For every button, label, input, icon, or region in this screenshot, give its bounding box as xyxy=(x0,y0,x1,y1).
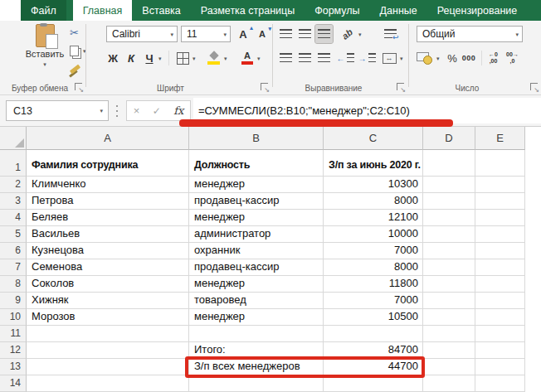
cell-D5[interactable] xyxy=(423,226,475,243)
comma-style-button[interactable]: 000 xyxy=(460,49,478,67)
font-name-combo[interactable]: Calibri ▾ xyxy=(106,26,178,42)
accounting-format-button[interactable] xyxy=(415,49,435,67)
increase-decimal-button[interactable]: ←0,00 xyxy=(485,49,502,67)
font-color-button[interactable]: А xyxy=(239,49,256,67)
tab-4[interactable]: Формулы xyxy=(305,0,369,21)
cell-E2[interactable] xyxy=(475,177,525,193)
row-header-8[interactable]: 8 xyxy=(0,276,27,293)
decrease-indent-button[interactable]: ← xyxy=(335,49,355,67)
column-header-E[interactable]: E xyxy=(475,127,525,150)
cell-A11[interactable] xyxy=(27,326,189,342)
wrap-text-button[interactable] xyxy=(380,25,400,43)
row-header-11[interactable]: 11 xyxy=(0,326,27,342)
tab-1[interactable]: Главная xyxy=(73,0,133,21)
cell-E12[interactable] xyxy=(475,342,525,359)
italic-button[interactable]: К xyxy=(123,49,139,67)
cell-D13[interactable] xyxy=(423,359,475,375)
align-right-button[interactable] xyxy=(315,49,333,67)
font-name-dropdown-icon[interactable]: ▾ xyxy=(170,31,173,38)
row-header-12[interactable]: 12 xyxy=(0,342,27,359)
borders-button[interactable] xyxy=(174,49,191,67)
font-dialog-launcher-icon[interactable] xyxy=(261,83,268,90)
cell-D10[interactable] xyxy=(423,309,475,326)
row-header-10[interactable]: 10 xyxy=(0,309,27,326)
cell-E1[interactable] xyxy=(475,150,525,177)
borders-dropdown-icon[interactable]: ▾ xyxy=(193,56,196,62)
paste-button[interactable]: Вставить ▾ xyxy=(23,24,66,84)
cell-A6[interactable]: Кузнецова xyxy=(27,243,189,259)
align-left-button[interactable] xyxy=(277,49,295,67)
cell-B3[interactable]: продавец-кассир xyxy=(189,193,324,210)
cell-E14[interactable] xyxy=(475,375,525,392)
font-size-dropdown-icon[interactable]: ▾ xyxy=(223,31,227,38)
orientation-dropdown-icon[interactable]: ▾ xyxy=(358,31,362,38)
paste-dropdown-icon[interactable]: ▾ xyxy=(43,61,46,68)
align-bottom-button[interactable] xyxy=(315,25,333,43)
cell-E5[interactable] xyxy=(475,226,525,243)
cell-B14[interactable] xyxy=(189,375,324,392)
cell-E4[interactable] xyxy=(475,210,525,226)
fill-color-dropdown-icon[interactable]: ▾ xyxy=(224,56,227,62)
tab-file[interactable]: Файл xyxy=(21,0,66,21)
row-header-1[interactable]: 1 xyxy=(0,150,27,177)
number-format-dropdown-icon[interactable]: ▾ xyxy=(515,31,519,38)
formula-bar-resize-handle[interactable] xyxy=(116,105,118,117)
row-header-3[interactable]: 3 xyxy=(0,193,27,210)
cell-B8[interactable]: менеджер xyxy=(189,276,324,293)
row-header-5[interactable]: 5 xyxy=(0,226,27,243)
row-header-7[interactable]: 7 xyxy=(0,259,27,276)
accounting-dropdown-icon[interactable]: ▾ xyxy=(436,56,440,62)
cell-D7[interactable] xyxy=(423,259,475,276)
cell-C11[interactable] xyxy=(324,326,423,342)
cell-D8[interactable] xyxy=(423,276,475,293)
column-header-C[interactable]: C xyxy=(324,127,423,150)
cell-E6[interactable] xyxy=(475,243,525,259)
row-header-9[interactable]: 9 xyxy=(0,293,27,309)
number-format-combo[interactable]: Общий ▾ xyxy=(417,26,523,42)
cell-C8[interactable]: 11800 xyxy=(324,276,423,293)
row-header-2[interactable]: 2 xyxy=(0,177,27,193)
clipboard-dialog-launcher-icon[interactable] xyxy=(75,83,82,90)
align-middle-button[interactable] xyxy=(296,25,314,43)
cell-B7[interactable]: продавец-кассир xyxy=(189,259,324,276)
cell-A12[interactable] xyxy=(27,342,189,359)
name-box[interactable]: C13 ▾ xyxy=(6,100,109,121)
column-header-A[interactable]: A xyxy=(27,127,189,150)
cell-E11[interactable] xyxy=(475,326,525,342)
tab-5[interactable]: Данные xyxy=(370,0,427,21)
tab-2[interactable]: Вставка xyxy=(132,0,190,21)
bold-button[interactable]: Ж xyxy=(105,49,121,67)
underline-button[interactable]: Ч xyxy=(141,49,158,67)
decrease-font-size-button[interactable]: А▾ xyxy=(254,25,270,43)
cell-C5[interactable]: 10000 xyxy=(324,226,423,243)
select-all-corner[interactable] xyxy=(0,127,27,150)
underline-dropdown-icon[interactable]: ▾ xyxy=(158,56,162,62)
cell-A5[interactable]: Васильев xyxy=(27,226,189,243)
cell-D2[interactable] xyxy=(423,177,475,193)
cell-D4[interactable] xyxy=(423,210,475,226)
cut-icon[interactable]: ✂ xyxy=(70,27,79,38)
cell-C10[interactable]: 10500 xyxy=(324,309,423,326)
increase-font-size-button[interactable]: А▴ xyxy=(235,25,251,43)
cell-A13[interactable] xyxy=(27,359,189,375)
cell-B1[interactable]: Должность xyxy=(189,150,324,177)
cell-E13[interactable] xyxy=(475,359,525,375)
cell-C1[interactable]: З/п за июнь 2020 г. xyxy=(324,150,423,177)
number-dialog-launcher-icon[interactable] xyxy=(530,83,538,90)
column-header-B[interactable]: B xyxy=(189,127,324,150)
tab-3[interactable]: Разметка страницы xyxy=(191,0,305,21)
cell-A10[interactable]: Морозов xyxy=(27,309,189,326)
alignment-dialog-launcher-icon[interactable] xyxy=(397,83,404,90)
merge-dropdown-icon[interactable]: ▾ xyxy=(400,56,403,62)
enter-icon[interactable]: ✓ xyxy=(153,105,161,117)
cell-D14[interactable] xyxy=(423,375,475,392)
cell-E8[interactable] xyxy=(475,276,525,293)
cell-E7[interactable] xyxy=(475,259,525,276)
cell-C9[interactable]: 7000 xyxy=(324,293,423,309)
column-header-D[interactable]: D xyxy=(423,127,475,150)
cell-E9[interactable] xyxy=(475,293,525,309)
cell-B6[interactable]: охранник xyxy=(189,243,324,259)
fill-color-button[interactable] xyxy=(206,49,222,67)
cell-B11[interactable] xyxy=(189,326,324,342)
cell-A2[interactable]: Климченко xyxy=(27,177,189,193)
